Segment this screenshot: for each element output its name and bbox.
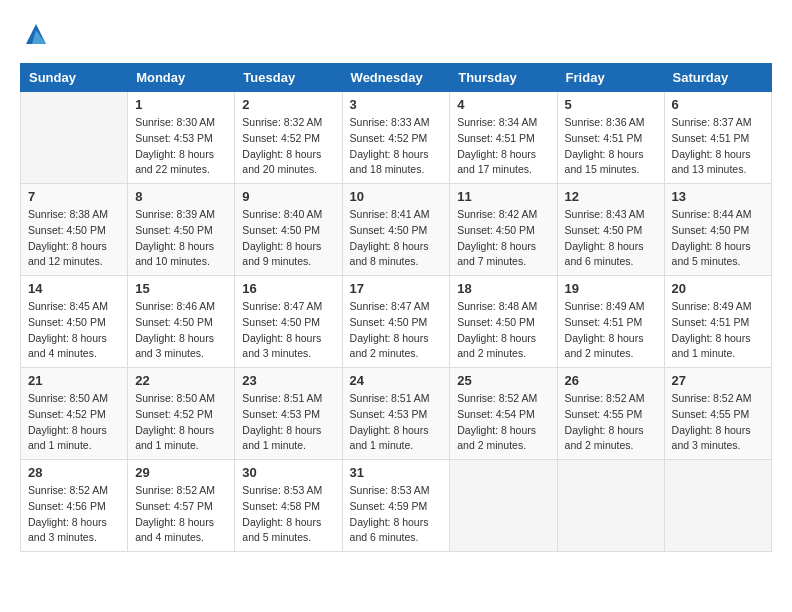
day-info: Sunrise: 8:52 AMSunset: 4:54 PMDaylight:…: [457, 391, 549, 454]
calendar-cell: 22Sunrise: 8:50 AMSunset: 4:52 PMDayligh…: [128, 368, 235, 460]
day-number: 26: [565, 373, 657, 388]
day-number: 3: [350, 97, 443, 112]
day-info: Sunrise: 8:46 AMSunset: 4:50 PMDaylight:…: [135, 299, 227, 362]
day-info: Sunrise: 8:49 AMSunset: 4:51 PMDaylight:…: [565, 299, 657, 362]
day-info: Sunrise: 8:50 AMSunset: 4:52 PMDaylight:…: [28, 391, 120, 454]
calendar-cell: 28Sunrise: 8:52 AMSunset: 4:56 PMDayligh…: [21, 460, 128, 552]
calendar-cell: 12Sunrise: 8:43 AMSunset: 4:50 PMDayligh…: [557, 184, 664, 276]
day-info: Sunrise: 8:47 AMSunset: 4:50 PMDaylight:…: [350, 299, 443, 362]
day-number: 5: [565, 97, 657, 112]
day-info: Sunrise: 8:48 AMSunset: 4:50 PMDaylight:…: [457, 299, 549, 362]
day-info: Sunrise: 8:53 AMSunset: 4:59 PMDaylight:…: [350, 483, 443, 546]
calendar-cell: 31Sunrise: 8:53 AMSunset: 4:59 PMDayligh…: [342, 460, 450, 552]
day-info: Sunrise: 8:33 AMSunset: 4:52 PMDaylight:…: [350, 115, 443, 178]
calendar-cell: 16Sunrise: 8:47 AMSunset: 4:50 PMDayligh…: [235, 276, 342, 368]
calendar-week-row: 7Sunrise: 8:38 AMSunset: 4:50 PMDaylight…: [21, 184, 772, 276]
day-number: 20: [672, 281, 764, 296]
day-info: Sunrise: 8:41 AMSunset: 4:50 PMDaylight:…: [350, 207, 443, 270]
calendar-cell: 24Sunrise: 8:51 AMSunset: 4:53 PMDayligh…: [342, 368, 450, 460]
calendar-cell: 30Sunrise: 8:53 AMSunset: 4:58 PMDayligh…: [235, 460, 342, 552]
day-number: 6: [672, 97, 764, 112]
logo: [20, 20, 52, 53]
calendar-cell: 2Sunrise: 8:32 AMSunset: 4:52 PMDaylight…: [235, 92, 342, 184]
day-number: 9: [242, 189, 334, 204]
calendar-cell: 4Sunrise: 8:34 AMSunset: 4:51 PMDaylight…: [450, 92, 557, 184]
logo-icon: [22, 20, 50, 48]
day-info: Sunrise: 8:51 AMSunset: 4:53 PMDaylight:…: [350, 391, 443, 454]
calendar-cell: 27Sunrise: 8:52 AMSunset: 4:55 PMDayligh…: [664, 368, 771, 460]
day-number: 4: [457, 97, 549, 112]
day-number: 11: [457, 189, 549, 204]
calendar-cell: 10Sunrise: 8:41 AMSunset: 4:50 PMDayligh…: [342, 184, 450, 276]
calendar-cell: 7Sunrise: 8:38 AMSunset: 4:50 PMDaylight…: [21, 184, 128, 276]
day-number: 17: [350, 281, 443, 296]
day-info: Sunrise: 8:52 AMSunset: 4:57 PMDaylight:…: [135, 483, 227, 546]
calendar-cell: 6Sunrise: 8:37 AMSunset: 4:51 PMDaylight…: [664, 92, 771, 184]
calendar-cell: 26Sunrise: 8:52 AMSunset: 4:55 PMDayligh…: [557, 368, 664, 460]
day-info: Sunrise: 8:38 AMSunset: 4:50 PMDaylight:…: [28, 207, 120, 270]
day-number: 22: [135, 373, 227, 388]
day-info: Sunrise: 8:43 AMSunset: 4:50 PMDaylight:…: [565, 207, 657, 270]
day-info: Sunrise: 8:49 AMSunset: 4:51 PMDaylight:…: [672, 299, 764, 362]
page-header: [20, 20, 772, 53]
day-info: Sunrise: 8:52 AMSunset: 4:56 PMDaylight:…: [28, 483, 120, 546]
calendar-cell: [664, 460, 771, 552]
calendar-cell: 25Sunrise: 8:52 AMSunset: 4:54 PMDayligh…: [450, 368, 557, 460]
calendar-cell: 23Sunrise: 8:51 AMSunset: 4:53 PMDayligh…: [235, 368, 342, 460]
day-info: Sunrise: 8:40 AMSunset: 4:50 PMDaylight:…: [242, 207, 334, 270]
calendar-cell: 11Sunrise: 8:42 AMSunset: 4:50 PMDayligh…: [450, 184, 557, 276]
calendar-cell: 15Sunrise: 8:46 AMSunset: 4:50 PMDayligh…: [128, 276, 235, 368]
day-number: 10: [350, 189, 443, 204]
day-info: Sunrise: 8:36 AMSunset: 4:51 PMDaylight:…: [565, 115, 657, 178]
day-number: 19: [565, 281, 657, 296]
day-info: Sunrise: 8:45 AMSunset: 4:50 PMDaylight:…: [28, 299, 120, 362]
day-number: 18: [457, 281, 549, 296]
day-info: Sunrise: 8:52 AMSunset: 4:55 PMDaylight:…: [672, 391, 764, 454]
day-info: Sunrise: 8:34 AMSunset: 4:51 PMDaylight:…: [457, 115, 549, 178]
weekday-header: Sunday: [21, 64, 128, 92]
day-number: 30: [242, 465, 334, 480]
calendar-cell: 18Sunrise: 8:48 AMSunset: 4:50 PMDayligh…: [450, 276, 557, 368]
calendar-cell: 8Sunrise: 8:39 AMSunset: 4:50 PMDaylight…: [128, 184, 235, 276]
day-number: 25: [457, 373, 549, 388]
day-number: 8: [135, 189, 227, 204]
day-number: 31: [350, 465, 443, 480]
day-info: Sunrise: 8:37 AMSunset: 4:51 PMDaylight:…: [672, 115, 764, 178]
calendar-cell: [21, 92, 128, 184]
calendar-cell: 3Sunrise: 8:33 AMSunset: 4:52 PMDaylight…: [342, 92, 450, 184]
day-info: Sunrise: 8:51 AMSunset: 4:53 PMDaylight:…: [242, 391, 334, 454]
calendar-cell: 1Sunrise: 8:30 AMSunset: 4:53 PMDaylight…: [128, 92, 235, 184]
day-info: Sunrise: 8:30 AMSunset: 4:53 PMDaylight:…: [135, 115, 227, 178]
calendar-cell: 19Sunrise: 8:49 AMSunset: 4:51 PMDayligh…: [557, 276, 664, 368]
day-number: 12: [565, 189, 657, 204]
weekday-header: Wednesday: [342, 64, 450, 92]
calendar: SundayMondayTuesdayWednesdayThursdayFrid…: [20, 63, 772, 552]
calendar-cell: 9Sunrise: 8:40 AMSunset: 4:50 PMDaylight…: [235, 184, 342, 276]
calendar-cell: 14Sunrise: 8:45 AMSunset: 4:50 PMDayligh…: [21, 276, 128, 368]
calendar-header-row: SundayMondayTuesdayWednesdayThursdayFrid…: [21, 64, 772, 92]
calendar-cell: [557, 460, 664, 552]
weekday-header: Monday: [128, 64, 235, 92]
calendar-cell: 17Sunrise: 8:47 AMSunset: 4:50 PMDayligh…: [342, 276, 450, 368]
day-info: Sunrise: 8:52 AMSunset: 4:55 PMDaylight:…: [565, 391, 657, 454]
day-number: 29: [135, 465, 227, 480]
calendar-week-row: 21Sunrise: 8:50 AMSunset: 4:52 PMDayligh…: [21, 368, 772, 460]
calendar-week-row: 1Sunrise: 8:30 AMSunset: 4:53 PMDaylight…: [21, 92, 772, 184]
calendar-cell: 29Sunrise: 8:52 AMSunset: 4:57 PMDayligh…: [128, 460, 235, 552]
day-number: 7: [28, 189, 120, 204]
day-info: Sunrise: 8:32 AMSunset: 4:52 PMDaylight:…: [242, 115, 334, 178]
weekday-header: Friday: [557, 64, 664, 92]
day-number: 28: [28, 465, 120, 480]
day-number: 1: [135, 97, 227, 112]
calendar-cell: 13Sunrise: 8:44 AMSunset: 4:50 PMDayligh…: [664, 184, 771, 276]
day-number: 13: [672, 189, 764, 204]
calendar-cell: 5Sunrise: 8:36 AMSunset: 4:51 PMDaylight…: [557, 92, 664, 184]
day-number: 27: [672, 373, 764, 388]
day-number: 2: [242, 97, 334, 112]
day-number: 23: [242, 373, 334, 388]
day-info: Sunrise: 8:39 AMSunset: 4:50 PMDaylight:…: [135, 207, 227, 270]
calendar-cell: 20Sunrise: 8:49 AMSunset: 4:51 PMDayligh…: [664, 276, 771, 368]
day-number: 14: [28, 281, 120, 296]
day-number: 16: [242, 281, 334, 296]
day-number: 21: [28, 373, 120, 388]
